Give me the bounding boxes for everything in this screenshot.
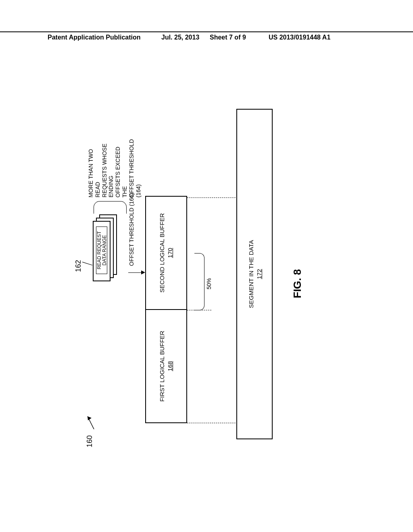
read-request-box: READ REQUEST DATA RANGE <box>96 227 107 274</box>
brace-l4: OFFSET THRESHOLD (164) <box>128 139 142 197</box>
buf2-label: SECOND LOGICAL BUFFER <box>159 213 165 293</box>
segment-in-data: SEGMENT IN THE DATA 172 <box>236 109 273 439</box>
fifty-pct-label: 50% <box>206 278 212 289</box>
second-logical-buffer: SECOND LOGICAL BUFFER 170 <box>146 197 186 309</box>
figure-caption: FIG. 8 <box>291 269 304 298</box>
first-logical-buffer: FIRST LOGICAL BUFFER 168 <box>146 309 186 422</box>
ref-162: 162 <box>74 260 83 272</box>
buf1-num: 168 <box>167 361 173 371</box>
offset-arrow-icon <box>128 272 144 273</box>
readreq-line1: READ REQUEST <box>96 231 102 270</box>
dashed-line-right <box>187 197 236 198</box>
segment-num: 172 <box>256 269 263 279</box>
diagram-fig8: 160 162 READ REQUEST DATA RANGE MORE THA… <box>65 85 348 447</box>
offset-threshold-label: OFFSET THRESHOLD (166) <box>128 193 135 266</box>
logical-buffers: FIRST LOGICAL BUFFER 168 SECOND LOGICAL … <box>145 196 187 423</box>
brace-l2: REQUESTS WHOSE ENDING <box>101 143 115 197</box>
header-date: Jul. 25, 2013 <box>161 34 199 41</box>
segment-label: SEGMENT IN THE DATA <box>248 240 254 308</box>
buf2-num: 170 <box>167 248 173 258</box>
header-sheet: Sheet 7 of 9 <box>210 34 246 41</box>
brace-l3: OFFSETS EXCEED THE <box>115 147 128 197</box>
readreq-line2: DATA RANGE <box>102 235 107 266</box>
brace-50pct <box>194 253 204 310</box>
brace-text: MORE THAN TWO READ REQUESTS WHOSE ENDING… <box>88 137 142 197</box>
header-publication: Patent Application Publication <box>48 34 141 41</box>
brace-l1: MORE THAN TWO READ <box>88 149 101 197</box>
buf1-label: FIRST LOGICAL BUFFER <box>159 331 165 402</box>
ref-160: 160 <box>86 435 94 447</box>
svg-line-2 <box>82 262 92 265</box>
header-pubno: US 2013/0191448 A1 <box>269 34 330 41</box>
page-header: Patent Application Publication Jul. 25, … <box>0 31 413 34</box>
dashed-line-left <box>187 423 236 423</box>
brace-read-requests <box>94 201 127 214</box>
leader-arrow-160 <box>87 413 95 429</box>
